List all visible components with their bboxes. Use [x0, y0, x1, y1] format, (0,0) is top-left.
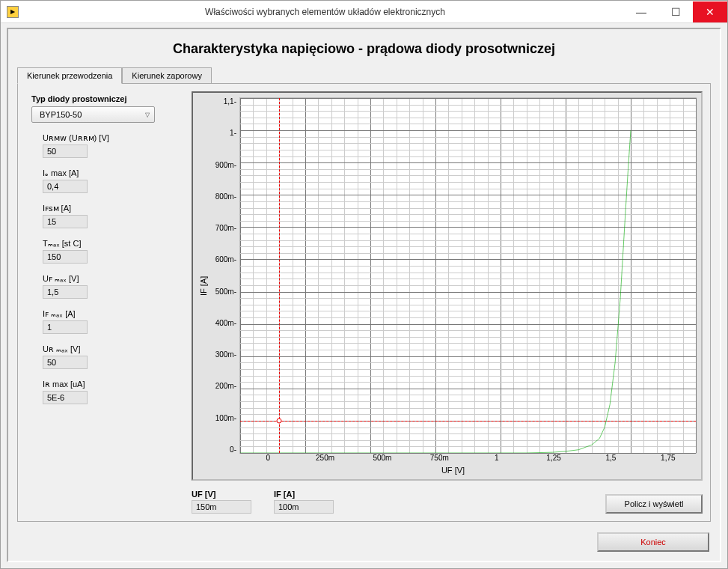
y-tick: 100m-	[212, 414, 236, 422]
x-tick: 1,5	[582, 454, 639, 464]
urmw-input[interactable]: 50	[43, 144, 88, 158]
ufmax-label: Uꜰ ₘₐₓ [V]	[43, 274, 178, 284]
outer-panel: Charakterystyka napięciowo - prądowa dio…	[7, 28, 721, 562]
compute-button[interactable]: Policz i wyświetl	[605, 494, 703, 514]
y-ticks: 1,1-1-900m-800m-700m-600m-500m-400m-300m…	[209, 97, 239, 454]
ifmax-label: Iꜰ ₘₐₓ [A]	[43, 309, 178, 319]
y-tick: 300m-	[212, 350, 236, 359]
tab-content: Typ diody prostowniczej BYP150-50 ▽ Uʀᴍᴡ…	[17, 83, 711, 522]
if-field-input[interactable]: 100m	[274, 500, 334, 514]
y-tick: 1,1-	[212, 97, 236, 106]
y-tick: 1-	[212, 129, 236, 137]
diode-type-value: BYP150-50	[40, 110, 82, 119]
marker-vertical[interactable]	[279, 98, 280, 453]
maximize-button[interactable]: ☐	[658, 1, 693, 22]
chart-box: IF [A] 1,1-1-900m-800m-700m-600m-500m-40…	[192, 91, 703, 481]
y-tick: 900m-	[212, 161, 236, 169]
tab-reverse[interactable]: Kierunek zaporowy	[122, 67, 212, 84]
content-row: Typ diody prostowniczej BYP150-50 ▽ Uʀᴍᴡ…	[25, 91, 703, 514]
x-tick: 0	[239, 454, 296, 464]
if-field-label: IF [A]	[274, 490, 334, 499]
diode-type-dropdown[interactable]: BYP150-50 ▽	[31, 106, 155, 123]
y-tick: 500m-	[212, 287, 236, 296]
x-tick: 1,25	[525, 454, 582, 464]
uf-field-input[interactable]: 150m	[192, 500, 251, 514]
x-tick: 500m	[354, 454, 411, 464]
app-icon: ▶	[7, 6, 19, 18]
ifsm-input[interactable]: 15	[43, 215, 88, 228]
chart-area: IF [A] 1,1-1-900m-800m-700m-600m-500m-40…	[198, 97, 697, 475]
urmax-input[interactable]: 50	[43, 356, 88, 369]
chart-panel: IF [A] 1,1-1-900m-800m-700m-600m-500m-40…	[192, 91, 703, 514]
tab-forward[interactable]: Kierunek przewodzenia	[17, 67, 122, 84]
marker-point[interactable]	[277, 418, 282, 423]
urmw-label: Uʀᴍᴡ (Uʀʀᴍ) [V]	[43, 133, 178, 143]
tabs: Kierunek przewodzenia Kierunek zaporowy	[17, 67, 711, 84]
ufmax-input[interactable]: 1,5	[43, 285, 88, 299]
x-ticks: 0250m500m750m11,251,51,75	[209, 454, 697, 464]
diode-type-label: Typ diody prostowniczej	[31, 94, 178, 103]
iomax-label: Iₒ max [A]	[43, 168, 178, 178]
chevron-down-icon: ▽	[145, 112, 150, 118]
ifmax-input[interactable]: 1	[43, 320, 88, 334]
y-tick: 0-	[212, 445, 236, 454]
window-title: Właściwości wybranych elementów układów …	[26, 7, 624, 17]
tmax-label: Tₘₐₓ [st C]	[43, 239, 178, 249]
x-tick: 750m	[411, 454, 468, 464]
ifsm-label: Iꜰsᴍ [A]	[43, 204, 178, 213]
y-axis-label: IF [A]	[198, 97, 209, 475]
irmax-input[interactable]: 5E-6	[43, 391, 88, 404]
uf-field-label: UF [V]	[192, 490, 251, 499]
iv-curve	[240, 98, 696, 453]
close-button[interactable]: ✕	[693, 1, 727, 22]
irmax-label: Iʀ max [uA]	[43, 380, 178, 389]
x-tick: 250m	[296, 454, 353, 464]
iomax-input[interactable]: 0,4	[43, 180, 88, 193]
y-tick: 200m-	[212, 382, 236, 390]
bottom-row: UF [V] 150m IF [A] 100m Policz i wyświet…	[192, 490, 703, 514]
y-tick: 600m-	[212, 255, 236, 264]
urmax-label: Uʀ ₘₐₓ [V]	[43, 344, 178, 354]
y-tick: 700m-	[212, 224, 236, 232]
tmax-input[interactable]: 150	[43, 250, 88, 264]
x-tick: 1	[468, 454, 525, 464]
close-app-button[interactable]: Koniec	[597, 532, 709, 552]
minimize-button[interactable]: ―	[624, 1, 658, 22]
left-panel: Typ diody prostowniczej BYP150-50 ▽ Uʀᴍᴡ…	[25, 91, 183, 514]
app-window: ▶ Właściwości wybranych elementów układó…	[0, 0, 728, 569]
titlebar: ▶ Właściwości wybranych elementów układó…	[1, 1, 727, 23]
y-tick: 400m-	[212, 319, 236, 327]
x-axis-label: UF [V]	[209, 466, 697, 475]
window-controls: ― ☐ ✕	[624, 1, 727, 22]
plot-area[interactable]	[239, 97, 697, 454]
page-title: Charakterystyka napięciowo - prądowa dio…	[17, 41, 711, 57]
y-tick: 800m-	[212, 192, 236, 201]
marker-horizontal[interactable]	[240, 421, 696, 422]
x-tick: 1,75	[640, 454, 697, 464]
